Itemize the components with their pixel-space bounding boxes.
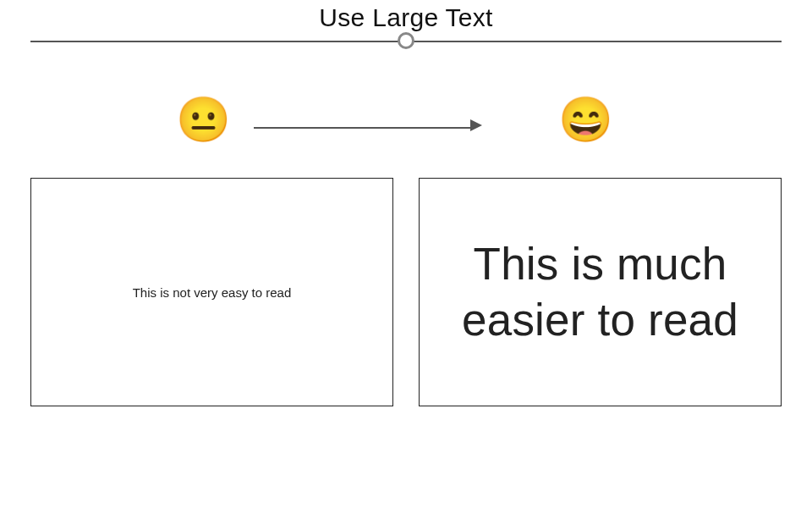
smiling-face-icon: 😄 (558, 97, 613, 141)
emoji-row: 😐 😄 (0, 97, 812, 157)
neutral-face-icon: 😐 (176, 97, 231, 141)
small-text-panel: This is not very easy to read (30, 178, 393, 406)
arrow-shaft (254, 127, 472, 129)
comparison-panels: This is not very easy to read This is mu… (30, 178, 782, 406)
arrow-head (470, 119, 482, 131)
header: Use Large Text (0, 0, 812, 47)
page-title: Use Large Text (0, 0, 812, 32)
small-text-example: This is not very easy to read (133, 285, 292, 300)
large-text-panel: This is much easier to read (419, 178, 782, 406)
divider-circle-icon (398, 32, 414, 49)
large-text-example: This is much easier to read (436, 236, 764, 349)
arrow-icon (254, 119, 482, 136)
